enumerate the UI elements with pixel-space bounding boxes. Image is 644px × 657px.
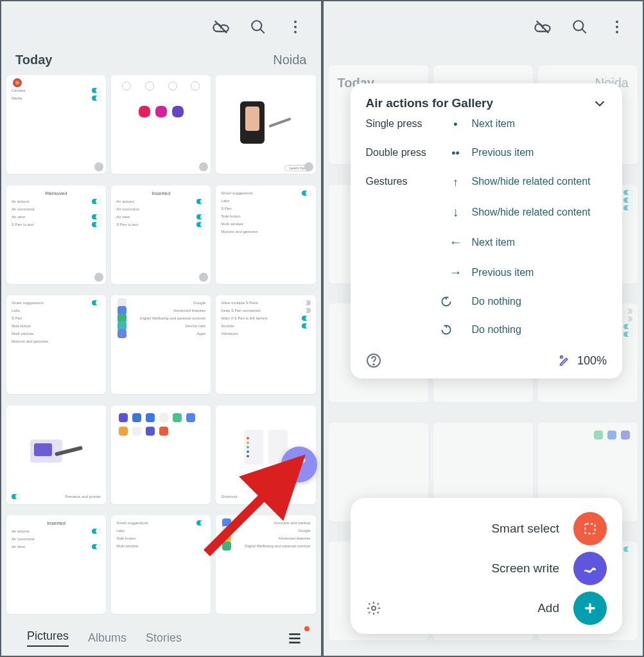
thumb-text: Standard [258,487,274,491]
thumb[interactable]: Removed Air actions Air command Air view… [6,185,106,284]
thumb[interactable] [111,405,211,504]
air-action: Next item [472,118,607,130]
air-label: Gestures [366,176,440,187]
smart-select-icon [573,512,607,545]
cmd-screen-write[interactable]: Screen write [366,552,607,585]
cmd-add[interactable]: Add [537,592,607,625]
thumb-text: Sounds [221,324,234,328]
thumb-text: Media [12,96,22,100]
thumb-text: Apps [197,332,206,336]
air-row-gesture-cw[interactable]: Do nothing [366,316,607,344]
topbar [324,1,643,46]
thumb-text: Air view [12,545,25,549]
thumb-text: Air actions [116,200,134,203]
thumb-text: Air actions [12,529,30,533]
cmd-label: Screen write [491,561,559,576]
thumb[interactable]: Smart suggestions Labs S Pen Side button… [6,295,106,394]
thumb-text: Side button [221,214,240,218]
cmd-label: Smart select [491,522,559,536]
thumb-text: Air command [12,537,34,541]
more-icon[interactable] [286,18,304,36]
thumb-text: Air view [116,215,130,219]
air-label: Double press [366,147,440,158]
thumb-text: Allow multiple S Pens [221,301,258,305]
svg-point-1 [252,21,261,30]
spen-battery: 100% [558,354,607,368]
cmd-label: Add [537,601,559,615]
thumb-text: Advanced features [173,309,205,312]
thumb[interactable]: Accounts and backup Google Advanced feat… [216,515,315,614]
search-icon[interactable] [571,18,589,36]
thumb[interactable]: Inserted Air actions Air command Air vie… [111,185,211,284]
thumb-text: S Pen to text [12,223,33,226]
cloud-off-icon[interactable] [212,18,230,36]
thumb-text: S Pen [12,316,22,320]
thumb[interactable]: Smart suggestions Labs S Pen Side button… [216,185,315,284]
thumb-text: Multi window [116,544,138,548]
thumb[interactable]: Smart suggestions Labs Side button Multi… [111,515,211,614]
search-icon[interactable] [249,18,267,36]
screen-write-icon [573,552,607,585]
cloud-off-icon[interactable] [534,18,552,36]
air-action: Do nothing [472,324,607,336]
thumb-text: Labs [12,309,20,312]
thumb[interactable]: Learn how [216,75,315,174]
air-row-gesture-ccw[interactable]: Do nothing [366,287,607,316]
thumb[interactable]: Google Advanced features Digital Wellbei… [111,295,211,394]
rotate-cw-icon [440,323,472,336]
thumb-text: Warn if S Pen is left behind [221,316,267,320]
thumb-text: Smart suggestions [116,521,148,525]
battery-percent: 100% [577,354,607,368]
help-icon[interactable] [366,353,381,368]
rotate-ccw-icon [440,295,472,308]
thumb[interactable]: Camera Media [6,75,106,174]
thumb-text: Motions and gestures [221,230,257,234]
thumb-text: Smart suggestions [12,301,44,305]
thumb-text: Side button [116,536,135,540]
thumb-text: Inserted [10,519,102,527]
gallery-screen-left: Today Noida Camera Media [0,0,322,657]
air-row-gesture-left[interactable]: ← Next item [366,227,607,257]
tab-stories[interactable]: Stories [146,631,182,645]
thumb-text: Air command [116,207,139,211]
gallery-screen-right: Today Noida Allow multiple S Pens Keep S… [322,0,645,657]
arrow-left-icon: ← [440,235,472,250]
thumb-text: Digital Wellbeing and parental controls [245,544,310,548]
tab-albums[interactable]: Albums [88,631,126,645]
svg-point-8 [573,21,583,30]
gear-icon[interactable] [366,601,381,616]
thumb[interactable]: Previews and pointer [6,405,106,504]
thumb-text: Accounts and backup [274,521,310,525]
arrow-down-icon: ↓ [440,205,472,219]
spen-fab[interactable] [281,447,317,482]
air-row-gesture-up[interactable]: Gestures ↑ Show/hide related content [366,168,607,197]
tab-pictures[interactable]: Pictures [27,629,69,647]
thumb[interactable] [111,75,211,174]
air-action: Previous item [472,147,607,158]
thumb-text: Camera [12,89,25,92]
air-action: Show/hide related content [472,207,607,218]
more-icon[interactable] [608,18,626,36]
thumb-text: Advanced features [278,536,310,540]
air-row-gesture-down[interactable]: ↓ Show/hide related content [366,197,607,227]
thumb-text: Vibrations [221,332,238,336]
hamburger-icon[interactable] [286,630,303,647]
cmd-smart-select[interactable]: Smart select [366,512,607,545]
air-command-menu: Smart select Screen write Add [351,498,623,634]
chevron-down-icon[interactable] [593,96,607,110]
arrow-up-icon: ↑ [440,176,472,189]
add-icon [573,592,607,625]
air-action: Show/hide related content [472,176,607,187]
thumb-text: Air actions [12,200,30,203]
svg-line-9 [582,29,586,33]
thumb-text: Air view [12,215,25,219]
air-action: Next item [472,237,607,248]
thumb[interactable]: Inserted Air actions Air command Air vie… [6,515,106,614]
bottom-tabs: Pictures Albums Stories [1,620,321,656]
air-label: Single press [366,118,440,130]
air-row-single-press[interactable]: Single press • Next item [366,110,607,139]
thumb[interactable]: Allow multiple S Pens Keep S Pen connect… [216,295,315,394]
thumb-text: S Pen to text [116,223,138,226]
air-row-double-press[interactable]: Double press •• Previous item [366,139,607,168]
air-row-gesture-right[interactable]: → Previous item [366,257,607,287]
